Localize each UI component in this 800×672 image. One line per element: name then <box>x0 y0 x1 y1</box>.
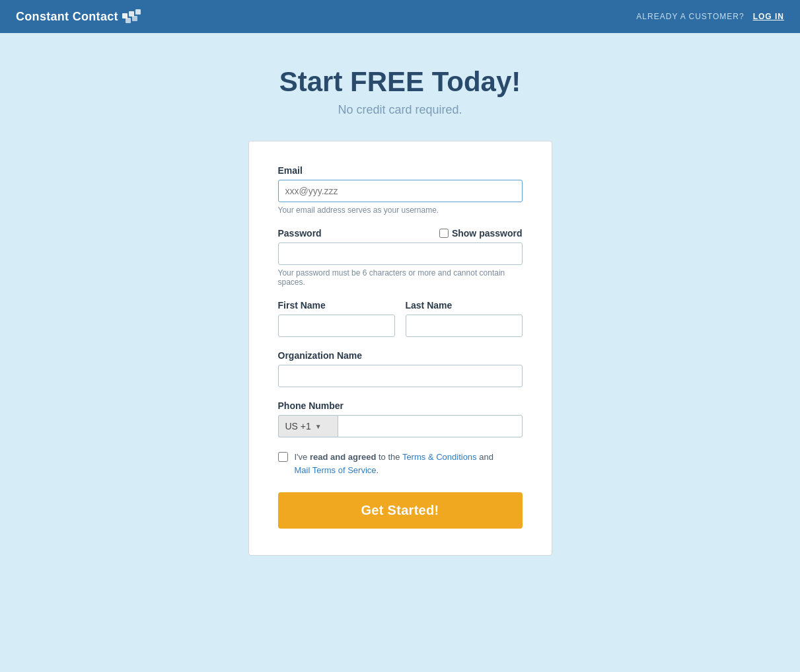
password-label: Password <box>278 228 322 239</box>
phone-prefix: +1 <box>301 421 311 431</box>
password-field-group: Password Show password Your password mus… <box>278 228 523 287</box>
svg-rect-3 <box>126 18 131 23</box>
svg-rect-4 <box>132 16 137 21</box>
phone-row: US +1 ▼ <box>278 415 523 437</box>
org-name-field-group: Organization Name <box>278 350 523 387</box>
org-name-input[interactable] <box>278 365 523 387</box>
terms-row: I've read and agreed to the Terms & Cond… <box>278 451 523 476</box>
login-link[interactable]: LOG IN <box>753 12 784 21</box>
last-name-label: Last Name <box>406 300 523 311</box>
last-name-input[interactable] <box>406 315 523 337</box>
logo-icon <box>122 9 141 24</box>
phone-label: Phone Number <box>278 400 523 411</box>
email-field-group: Email Your email address serves as your … <box>278 165 523 215</box>
svg-rect-0 <box>122 13 127 19</box>
show-password-text: Show password <box>452 228 523 239</box>
terms-conditions-link[interactable]: Terms & Conditions <box>402 452 477 462</box>
email-input[interactable] <box>278 180 523 202</box>
header: Constant Contact ALREADY A CUSTOMER? LOG… <box>0 0 800 33</box>
page-title: Start FREE Today! <box>279 66 521 98</box>
mail-terms-link[interactable]: Mail Terms of Service <box>295 465 377 475</box>
get-started-button[interactable]: Get Started! <box>278 492 523 529</box>
name-row: First Name Last Name <box>278 300 523 350</box>
already-customer-text: ALREADY A CUSTOMER? <box>636 12 744 21</box>
main-content: Start FREE Today! No credit card require… <box>0 33 800 595</box>
first-name-label: First Name <box>278 300 395 311</box>
phone-country-selector[interactable]: US +1 ▼ <box>278 415 338 437</box>
password-hint: Your password must be 6 characters or mo… <box>278 268 523 287</box>
logo: Constant Contact <box>16 9 141 24</box>
phone-country-code: US <box>285 421 298 431</box>
email-label: Email <box>278 165 523 176</box>
email-hint: Your email address serves as your userna… <box>278 205 523 215</box>
terms-checkbox[interactable] <box>278 452 288 462</box>
password-header: Password Show password <box>278 228 523 239</box>
phone-field-group: Phone Number US +1 ▼ <box>278 400 523 437</box>
page-subtitle: No credit card required. <box>338 103 462 117</box>
first-name-input[interactable] <box>278 315 395 337</box>
terms-text: I've read and agreed to the Terms & Cond… <box>295 451 493 476</box>
header-right: ALREADY A CUSTOMER? LOG IN <box>636 12 784 21</box>
show-password-checkbox[interactable] <box>439 229 449 238</box>
password-input[interactable] <box>278 243 523 265</box>
chevron-down-icon: ▼ <box>315 423 322 430</box>
phone-number-input[interactable] <box>338 415 523 437</box>
last-name-field-group: Last Name <box>406 300 523 337</box>
first-name-field-group: First Name <box>278 300 395 337</box>
show-password-label[interactable]: Show password <box>439 228 523 239</box>
svg-rect-1 <box>129 11 134 17</box>
signup-form-card: Email Your email address serves as your … <box>248 141 552 556</box>
terms-bold: read and agreed <box>310 452 376 462</box>
svg-rect-2 <box>135 9 141 15</box>
org-name-label: Organization Name <box>278 350 523 361</box>
logo-text: Constant Contact <box>16 10 118 24</box>
